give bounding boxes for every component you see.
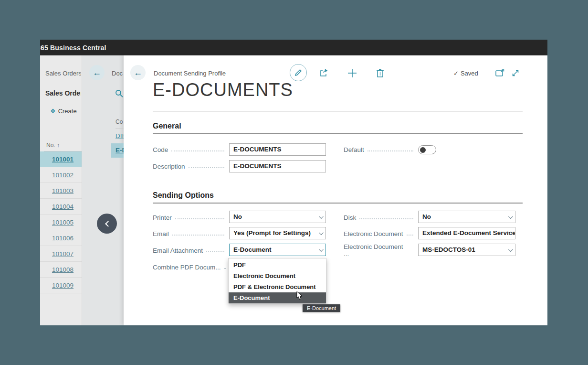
- chevron-left-icon: [105, 221, 111, 227]
- divider: [153, 111, 523, 112]
- business-central-window: 365 Business Central Sales Orders Sales …: [40, 40, 547, 325]
- create-icon: ❖: [50, 107, 56, 115]
- disk-label: Disk: [344, 213, 417, 222]
- resize-diagonal-icon: [512, 69, 519, 77]
- dotted-leader: [368, 150, 413, 151]
- check-icon: ✓: [453, 70, 459, 77]
- open-in-new-window-button[interactable]: [495, 69, 504, 77]
- sales-order-link[interactable]: 101004: [40, 199, 82, 215]
- section-heading-general[interactable]: General: [153, 122, 181, 130]
- back-arrow-icon[interactable]: ←: [130, 65, 146, 80]
- edit-button[interactable]: [290, 64, 307, 81]
- chevron-down-icon: [508, 214, 513, 219]
- dotted-leader: [172, 235, 224, 236]
- tooltip: E-Document: [303, 304, 340, 312]
- expand-button[interactable]: [512, 69, 519, 77]
- default-toggle[interactable]: [418, 145, 436, 154]
- sales-order-link[interactable]: 101007: [40, 246, 82, 262]
- dotted-leader: [206, 251, 224, 252]
- no-column-header[interactable]: No. ↑: [46, 142, 60, 149]
- dotted-leader: [171, 150, 224, 151]
- email-select[interactable]: Yes (Prompt for Settings): [229, 227, 326, 239]
- printer-select[interactable]: No: [229, 211, 326, 223]
- desktop-background: 365 Business Central Sales Orders Sales …: [0, 0, 588, 365]
- divider: [45, 102, 81, 102]
- saved-label: Saved: [461, 70, 478, 77]
- back-arrow-icon[interactable]: ←: [89, 65, 105, 80]
- code-field[interactable]: E-DOCUMENTS: [229, 143, 326, 156]
- search-icon[interactable]: [115, 89, 123, 97]
- sales-order-link[interactable]: 101002: [40, 167, 82, 183]
- chevron-down-icon: [319, 214, 324, 219]
- divider: [116, 129, 124, 129]
- dotted-leader: [359, 218, 413, 219]
- electronic-document-select[interactable]: Extended E-Document Service I: [418, 227, 515, 239]
- section-rule: [153, 203, 523, 204]
- page-title: E-DOCUMENTS: [153, 80, 293, 100]
- dropdown-option-pdf[interactable]: PDF: [229, 259, 326, 270]
- delete-button[interactable]: [376, 69, 384, 77]
- chevron-down-icon: [319, 230, 324, 235]
- section-rule: [153, 133, 523, 134]
- description-label: Description: [153, 162, 228, 171]
- sales-order-link[interactable]: 101001: [40, 151, 82, 167]
- default-label: Default: [344, 145, 417, 154]
- printer-label: Printer: [153, 213, 228, 222]
- sales-order-link[interactable]: 101005: [40, 215, 82, 230]
- profile-row-direct[interactable]: DIR: [116, 132, 124, 140]
- code-column-header[interactable]: Co: [116, 118, 124, 125]
- share-icon: [319, 68, 328, 77]
- sales-order-link[interactable]: 101008: [40, 262, 82, 278]
- app-header-bar: 365 Business Central: [40, 40, 547, 55]
- profiles-caption: Doc: [112, 70, 124, 77]
- sales-order-link[interactable]: 101006: [40, 230, 82, 246]
- profile-row-label: E-D: [116, 147, 124, 154]
- share-button[interactable]: [319, 68, 328, 77]
- sales-orders-title: Sales Orders: [45, 89, 81, 97]
- dropdown-option-e-document-selected[interactable]: E-Document: [229, 292, 326, 303]
- dropdown-option-pdf-electronic-document[interactable]: PDF & Electronic Document: [229, 281, 326, 292]
- email-attachment-label: Email Attachment: [153, 246, 228, 255]
- dropdown-option-electronic-document[interactable]: Electronic Document: [229, 270, 326, 281]
- disk-select[interactable]: No: [418, 211, 515, 223]
- email-label: Email: [153, 229, 228, 238]
- email-attachment-dropdown: PDF Electronic Document PDF & Electronic…: [228, 258, 326, 304]
- code-label: Code: [153, 145, 228, 154]
- collapse-panel-button[interactable]: [97, 214, 117, 234]
- profile-row-edocuments-selected[interactable]: E-D: [111, 143, 124, 158]
- dotted-leader: [189, 167, 224, 168]
- sales-orders-caption: Sales Orders: [45, 70, 81, 77]
- chevron-down-icon: [508, 247, 513, 252]
- chevron-down-icon: [319, 247, 324, 252]
- electronic-document-format-select[interactable]: MS-EDOCTOS-01: [418, 244, 515, 256]
- trash-icon: [376, 69, 384, 77]
- sales-order-link[interactable]: 101009: [40, 278, 82, 293]
- plus-icon: [347, 68, 357, 78]
- description-field[interactable]: E-DOCUMENTS: [229, 160, 326, 172]
- email-attachment-select[interactable]: E-Document: [229, 244, 326, 256]
- mouse-cursor: [296, 291, 304, 300]
- save-status: ✓ Saved: [453, 70, 478, 77]
- sales-order-link[interactable]: 101003: [40, 183, 82, 199]
- dotted-leader: [407, 235, 413, 236]
- create-button-label: Create: [58, 107, 77, 115]
- create-button[interactable]: ❖ Create: [50, 107, 81, 115]
- combine-pdf-label: Combine PDF Docum...: [153, 263, 228, 271]
- page-caption: Document Sending Profile: [154, 70, 226, 77]
- sales-orders-list: 101001 101002 101003 101004 101005 10100…: [40, 151, 82, 293]
- section-heading-sending-options[interactable]: Sending Options: [153, 191, 214, 200]
- new-button[interactable]: [347, 68, 357, 78]
- toggle-knob: [420, 147, 426, 153]
- app-title: 365 Business Central: [40, 44, 106, 52]
- dotted-leader: [175, 218, 224, 219]
- electronic-document-label: Electronic Document: [344, 229, 417, 238]
- pencil-icon: [294, 69, 302, 76]
- popout-icon: [495, 69, 504, 77]
- electronic-document-format-label: Electronic Document ...: [344, 246, 417, 255]
